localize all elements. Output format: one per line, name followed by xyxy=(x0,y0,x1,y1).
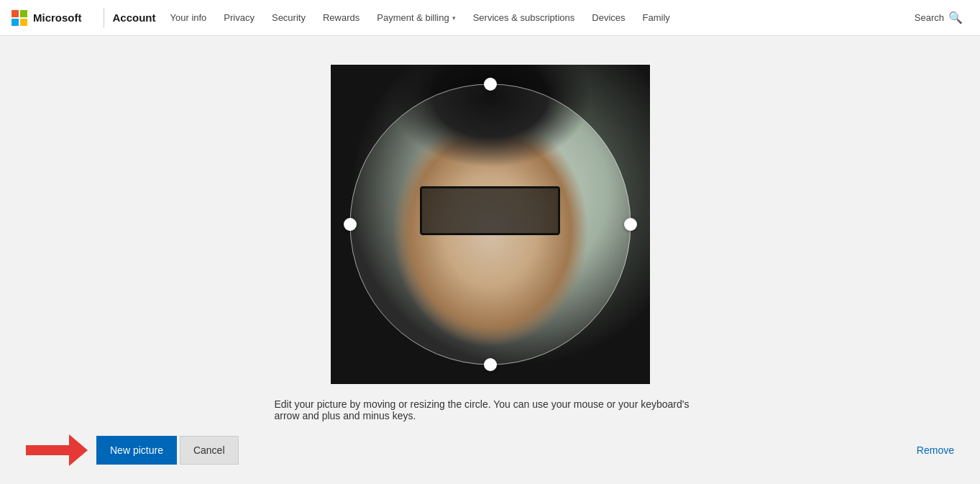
nav-link-your-info[interactable]: Your info xyxy=(162,0,216,36)
navbar: Microsoft Account Your info Privacy Secu… xyxy=(0,0,980,36)
instruction-text: Edit your picture by moving or resizing … xyxy=(275,398,706,421)
action-row: New picture Cancel Remove xyxy=(14,434,966,466)
red-arrow-indicator xyxy=(26,434,88,466)
nav-link-family[interactable]: Family xyxy=(634,0,679,36)
cancel-button[interactable]: Cancel xyxy=(180,436,239,465)
ms-yellow-square xyxy=(20,19,27,26)
handle-top[interactable] xyxy=(484,78,497,91)
search-label: Search xyxy=(915,12,944,23)
new-picture-button[interactable]: New picture xyxy=(96,436,177,465)
svg-rect-2 xyxy=(331,65,650,384)
payment-dropdown-arrow: ▾ xyxy=(452,14,456,22)
ms-blue-square xyxy=(12,19,19,26)
image-editor[interactable] xyxy=(331,65,650,384)
ms-wordmark: Microsoft xyxy=(33,12,82,24)
red-arrow-body xyxy=(26,445,69,455)
main-content: Edit your picture by moving or resizing … xyxy=(0,36,980,484)
red-arrow-head xyxy=(69,434,88,466)
nav-link-rewards[interactable]: Rewards xyxy=(314,0,368,36)
nav-link-services-subscriptions[interactable]: Services & subscriptions xyxy=(464,0,584,36)
nav-divider xyxy=(104,8,104,28)
ms-red-square xyxy=(12,10,19,17)
circle-crop-overlay xyxy=(331,65,650,384)
nav-link-devices[interactable]: Devices xyxy=(583,0,633,36)
nav-link-payment-billing[interactable]: Payment & billing ▾ xyxy=(368,0,464,36)
nav-link-security[interactable]: Security xyxy=(263,0,314,36)
nav-link-privacy[interactable]: Privacy xyxy=(215,0,263,36)
editor-background xyxy=(331,65,650,384)
ms-logo[interactable]: Microsoft xyxy=(12,10,88,26)
nav-account-label: Account xyxy=(113,12,156,24)
search-button[interactable]: Search 🔍 xyxy=(909,11,968,24)
nav-links: Your info Privacy Security Rewards Payme… xyxy=(162,0,909,36)
handle-left[interactable] xyxy=(344,218,357,231)
handle-bottom[interactable] xyxy=(484,358,497,371)
action-left: New picture Cancel xyxy=(26,434,239,466)
handle-right[interactable] xyxy=(624,218,637,231)
ms-green-square xyxy=(20,10,27,17)
remove-button[interactable]: Remove xyxy=(917,444,954,456)
ms-logo-grid xyxy=(12,10,27,26)
search-icon: 🔍 xyxy=(948,11,963,24)
